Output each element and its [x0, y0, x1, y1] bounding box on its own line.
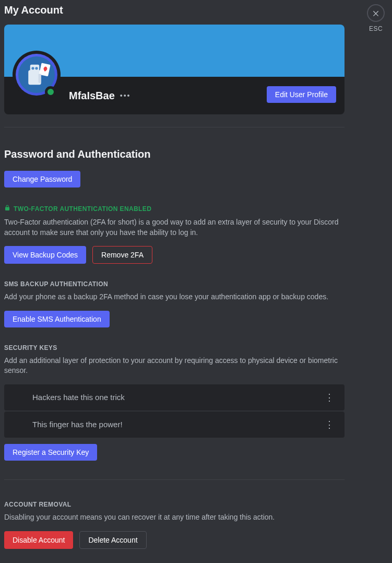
close-label: ESC — [369, 25, 383, 32]
divider — [4, 479, 345, 480]
lock-icon — [4, 204, 10, 213]
security-key-name: This finger has the power! — [32, 420, 123, 429]
sms-heading: SMS BACKUP AUTHENTICATION — [4, 280, 345, 288]
twofa-heading-text: TWO-FACTOR AUTHENTICATION ENABLED — [14, 205, 151, 213]
page-title: My Account — [4, 4, 345, 16]
account-removal-heading: ACCOUNT REMOVAL — [4, 501, 345, 508]
delete-account-button[interactable]: Delete Account — [79, 531, 146, 549]
security-key-item: This finger has the power! ⋮ — [4, 412, 345, 438]
svg-point-3 — [31, 67, 34, 69]
disable-account-button[interactable]: Disable Account — [4, 531, 73, 549]
profile-card: MfaIsBae ••• Edit User Profile — [4, 25, 345, 114]
close-icon — [367, 4, 385, 22]
status-online-icon — [45, 86, 56, 98]
svg-rect-6 — [39, 74, 41, 83]
security-keys-heading: SECURITY KEYS — [4, 344, 345, 351]
change-password-button[interactable]: Change Password — [4, 171, 80, 187]
security-key-name: Hackers hate this one trick — [32, 393, 125, 402]
security-key-item: Hackers hate this one trick ⋮ — [4, 384, 345, 410]
twofa-enabled-label: TWO-FACTOR AUTHENTICATION ENABLED — [4, 204, 345, 213]
more-icon[interactable]: ••• — [120, 91, 131, 100]
divider — [4, 127, 345, 127]
account-removal-description: Disabling your account means you can rec… — [4, 512, 345, 523]
view-backup-codes-button[interactable]: View Backup Codes — [4, 246, 86, 264]
svg-point-4 — [35, 67, 38, 69]
close-button[interactable]: ESC — [367, 4, 385, 32]
edit-user-profile-button[interactable]: Edit User Profile — [267, 86, 336, 103]
password-auth-title: Password and Authentication — [4, 148, 345, 160]
remove-2fa-button[interactable]: Remove 2FA — [92, 246, 152, 264]
kebab-menu-icon[interactable]: ⋮ — [323, 392, 336, 403]
twofa-description: Two-Factor authentication (2FA for short… — [4, 217, 345, 238]
security-keys-list: Hackers hate this one trick ⋮ This finge… — [4, 384, 345, 438]
sms-description: Add your phone as a backup 2FA method in… — [4, 292, 345, 302]
username: MfaIsBae — [69, 90, 115, 102]
security-keys-description: Add an additional layer of protection to… — [4, 356, 345, 376]
enable-sms-auth-button[interactable]: Enable SMS Authentication — [4, 311, 110, 327]
avatar[interactable] — [13, 51, 61, 99]
kebab-menu-icon[interactable]: ⋮ — [323, 419, 336, 430]
register-security-key-button[interactable]: Register a Security Key — [4, 444, 97, 461]
